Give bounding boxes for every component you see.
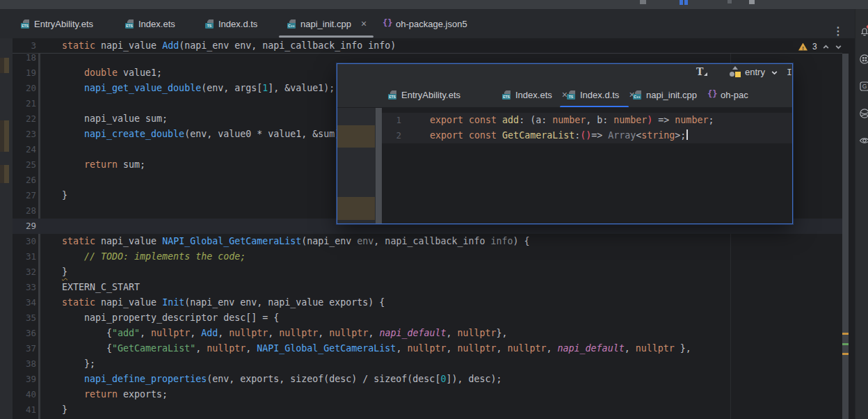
code-row[interactable]: 35 napi_property_descriptor desc[] = { <box>13 310 842 326</box>
code-row[interactable]: 32} <box>13 264 842 280</box>
code-token <box>497 115 502 125</box>
gitee-icon[interactable]: G <box>859 81 868 92</box>
code-token: }; <box>62 358 95 369</box>
line-number: 27 <box>13 188 36 203</box>
code-token: Add <box>201 328 218 338</box>
code-token: return <box>84 159 118 170</box>
code-token: number <box>613 115 647 125</box>
line-number: 41 <box>13 402 36 418</box>
code-token: nullptr <box>329 328 368 338</box>
code-row[interactable]: 30static napi_value NAPI_Global_GetCamer… <box>13 234 842 249</box>
change-stripe-mark[interactable] <box>842 343 849 345</box>
code-row[interactable]: 39 napi_define_properties(env, exports, … <box>13 372 842 387</box>
tab-napi-init-cpp[interactable]: C++napi_init.cpp <box>633 81 697 108</box>
prev-warning-icon[interactable] <box>822 43 830 51</box>
inspections-widget[interactable]: ! 3 <box>798 41 842 52</box>
json5-file-icon <box>707 90 716 100</box>
code-token: (napi_env env, napi_value exports) { <box>184 297 385 308</box>
tab-entryability-ets[interactable]: ETSEntryAbility.ets <box>21 9 93 38</box>
code-token: , <box>497 343 508 354</box>
code-token <box>62 159 84 170</box>
code-token: (env, exports, sizeof(desc) / sizeof(des… <box>207 374 440 384</box>
toolbar-icon-fragment <box>684 0 688 5</box>
code-token: { <box>62 328 112 338</box>
tab-label: oh-package.json5 <box>396 19 467 29</box>
globe-sphere-icon[interactable] <box>859 108 868 119</box>
module-icon <box>730 66 741 79</box>
tab-napi-init-cpp[interactable]: C++napi_init.cpp× <box>287 9 367 38</box>
code-token: napi_default <box>558 343 625 354</box>
ts-file-icon: TS <box>567 90 576 100</box>
code-token: : <box>574 130 580 141</box>
code-line: // TODO: implements the code; <box>62 249 246 264</box>
code-token: } <box>62 190 67 200</box>
editor-scrollbar[interactable] <box>842 54 849 419</box>
code-token: , <box>246 343 257 354</box>
code-token: napi_value <box>95 40 162 51</box>
code-token: export <box>430 115 463 125</box>
tab-index-d-ts[interactable]: TSIndex.d.ts× <box>567 81 635 108</box>
tab-oh-pac[interactable]: oh-pac <box>707 81 748 108</box>
code-token: // TODO: implements the code; <box>84 251 246 262</box>
code-token: Array <box>608 130 636 141</box>
tab-entryability-ets[interactable]: ETSEntryAbility.ets <box>388 81 460 108</box>
code-token: GetCameraList <box>502 130 574 141</box>
chevron-down-icon[interactable] <box>771 69 778 77</box>
code-row[interactable]: 31 // TODO: implements the code; <box>13 249 842 264</box>
tab-oh-package-json5[interactable]: oh-package.json5 <box>383 9 467 38</box>
tab-index-ets[interactable]: ETSIndex.ets× <box>502 81 568 108</box>
code-token: }, <box>497 328 508 338</box>
line-number: 29 <box>13 219 36 234</box>
tab-index-ets[interactable]: ETSIndex.ets <box>125 9 175 38</box>
code-line: static napi_value Init(napi_env env, nap… <box>62 295 385 310</box>
code-row[interactable]: 36 {"add", nullptr, Add, nullptr, nullpt… <box>13 326 842 341</box>
next-warning-icon[interactable] <box>835 43 842 51</box>
code-token: info <box>490 236 513 246</box>
code-token: napi_get_value_double <box>84 83 201 93</box>
tab-label: Index.d.ts <box>218 19 257 29</box>
code-token: Add <box>162 40 179 51</box>
code-token <box>62 251 84 262</box>
warning-stripe-mark[interactable] <box>842 353 849 355</box>
code-token: nullptr <box>229 328 268 338</box>
code-row[interactable]: 1export const add: (a: number, b: number… <box>382 113 792 128</box>
code-token: (env, args[ <box>201 83 262 93</box>
popup-editor[interactable]: 1export const add: (a: number, b: number… <box>337 108 792 223</box>
device-manager-icon[interactable] <box>859 54 868 65</box>
code-row[interactable]: 40 return exports; <box>13 387 842 402</box>
code-row[interactable]: 41} <box>13 402 842 418</box>
editor-marker-bar <box>0 38 13 419</box>
close-icon[interactable]: × <box>361 19 367 29</box>
module-selector[interactable]: entry <box>745 67 765 77</box>
code-row[interactable]: 38 }; <box>13 356 842 372</box>
previewer-icon[interactable] <box>859 135 868 146</box>
code-token: , <box>218 328 229 338</box>
code-row[interactable]: 33EXTERN_C_START <box>13 280 842 295</box>
popup-header[interactable]: T entry I <box>337 64 792 81</box>
notifications-icon[interactable] <box>859 26 868 37</box>
code-token: (env, value0 * value1, &sum); <box>184 129 346 139</box>
font-preview-icon[interactable]: T <box>696 66 703 77</box>
code-token: (napi_env env, napi_callback_info info) <box>179 40 396 51</box>
code-token: napi_property_descriptor desc[] = { <box>62 313 279 323</box>
warning-stripe-mark[interactable] <box>842 333 849 335</box>
code-line: } <box>62 264 67 280</box>
code-row[interactable]: 34static napi_value Init(napi_env env, n… <box>13 295 842 310</box>
tab-index-d-ts[interactable]: TSIndex.d.ts <box>205 9 257 38</box>
code-token: , <box>190 328 201 338</box>
code-token: , <box>396 343 407 354</box>
code-row[interactable]: 2export const GetCameraList:()=> Array<s… <box>382 128 792 143</box>
line-number: 36 <box>13 326 36 341</box>
code-token: napi_default <box>379 328 446 338</box>
code-line: napi_value sum; <box>62 111 168 127</box>
code-line: napi_get_value_double(env, args[1], &val… <box>62 81 335 96</box>
line-number: 3 <box>13 38 36 54</box>
code-token <box>62 374 84 384</box>
code-row[interactable]: 37 {"GetCameraList", nullptr, NAPI_Globa… <box>13 341 842 356</box>
popup-gutter-strip <box>376 108 382 223</box>
code-line: }; <box>62 356 95 372</box>
line-number: 37 <box>13 341 36 356</box>
more-options-icon[interactable]: ⋮ <box>833 26 844 37</box>
code-token: "add" <box>112 328 140 338</box>
code-token: nullptr <box>151 328 190 338</box>
